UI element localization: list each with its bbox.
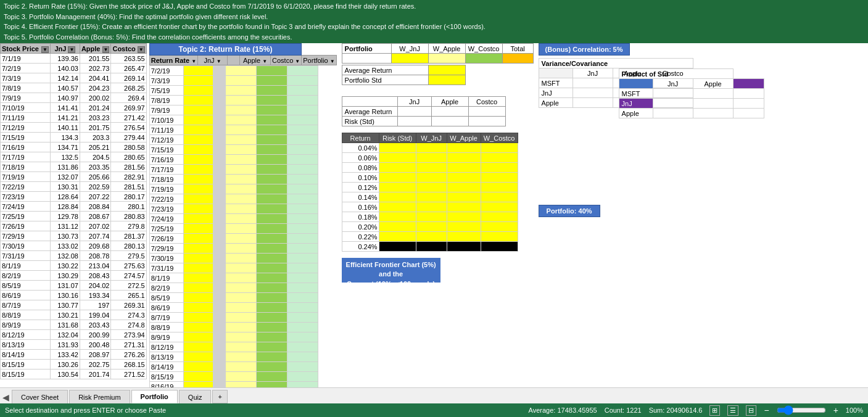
w-costco-val1[interactable] (465, 54, 502, 64)
return-portfolio-6[interactable] (287, 125, 318, 135)
prod-apple-c[interactable] (733, 109, 764, 118)
tab-risk-premium[interactable]: Risk Premium (69, 390, 130, 403)
return-costco-18[interactable] (256, 244, 287, 254)
return-costco-27[interactable] (256, 332, 287, 342)
return-apple-8[interactable] (225, 145, 256, 155)
return-apple-3[interactable] (225, 96, 256, 105)
return-jnj-12[interactable] (183, 184, 213, 194)
return-portfolio-13[interactable] (287, 194, 318, 204)
return-costco-23[interactable] (256, 293, 287, 303)
return-costco-11[interactable] (256, 175, 287, 184)
w-apple-val1[interactable] (428, 54, 465, 64)
var-msft-jnj[interactable] (572, 78, 613, 88)
return-apple-14[interactable] (225, 204, 256, 214)
return-jnj-19[interactable] (183, 254, 213, 263)
prod-jnj-c[interactable] (733, 99, 764, 109)
return-portfolio-12[interactable] (287, 184, 318, 194)
return-costco-25[interactable] (256, 313, 287, 323)
jnj-filter-icon[interactable]: ▼ (68, 46, 75, 53)
return-costco-8[interactable] (256, 145, 287, 155)
return-costco-4[interactable] (256, 105, 287, 115)
stock-filter-icon[interactable]: ▼ (41, 46, 49, 53)
return-apple-32[interactable] (225, 382, 256, 388)
return-costco-6[interactable] (256, 125, 287, 135)
avg-return-val[interactable] (428, 65, 465, 75)
return-portfolio-32[interactable] (287, 382, 318, 388)
return-costco-19[interactable] (256, 254, 287, 263)
return-portfolio-10[interactable] (287, 165, 318, 175)
risk-apple-val[interactable] (431, 117, 468, 126)
return-jnj-16[interactable] (183, 224, 213, 234)
tab-portfolio[interactable]: Portfolio (131, 390, 178, 403)
return-portfolio-29[interactable] (287, 352, 318, 362)
return-apple-16[interactable] (225, 224, 256, 234)
return-jnj-23[interactable] (183, 293, 213, 303)
return-portfolio-27[interactable] (287, 332, 318, 342)
return-portfolio-3[interactable] (287, 96, 318, 105)
risk-jnj-val[interactable] (397, 117, 431, 126)
return-costco-31[interactable] (256, 372, 287, 382)
return-jnj-31[interactable] (183, 372, 213, 382)
return-jnj-26[interactable] (183, 323, 213, 332)
return-portfolio-15[interactable] (287, 214, 318, 224)
return-costco-14[interactable] (256, 204, 287, 214)
return-apple-19[interactable] (225, 254, 256, 263)
prod-apple-apple[interactable] (693, 109, 733, 118)
prod-jnj-apple[interactable] (693, 99, 733, 109)
return-jnj-3[interactable] (183, 96, 213, 105)
zoom-slider[interactable] (777, 405, 826, 415)
return-costco-2[interactable] (256, 86, 287, 96)
return-jnj-24[interactable] (183, 303, 213, 313)
return-costco-28[interactable] (256, 342, 287, 352)
return-apple-13[interactable] (225, 194, 256, 204)
return-apple-1[interactable] (225, 76, 256, 86)
return-apple-11[interactable] (225, 175, 256, 184)
return-portfolio-1[interactable] (287, 76, 318, 86)
return-costco-12[interactable] (256, 184, 287, 194)
portfolio-button[interactable]: Portfolio: 40% (539, 205, 600, 217)
return-apple-7[interactable] (225, 135, 256, 145)
return-jnj-14[interactable] (183, 204, 213, 214)
return-apple-28[interactable] (225, 342, 256, 352)
return-portfolio-21[interactable] (287, 273, 318, 283)
return-costco-13[interactable] (256, 194, 287, 204)
tab-nav-left[interactable]: ◀ (2, 392, 9, 402)
return-jnj-32[interactable] (183, 382, 213, 388)
return-portfolio-14[interactable] (287, 204, 318, 214)
return-filter-icon[interactable]: ▼ (191, 59, 196, 64)
return-costco-15[interactable] (256, 214, 287, 224)
apple-filter-icon[interactable]: ▼ (102, 46, 110, 53)
return-apple-2[interactable] (225, 86, 256, 96)
return-portfolio-20[interactable] (287, 263, 318, 273)
var-apple-jnj[interactable] (572, 98, 613, 108)
tab-add-button[interactable]: + (212, 390, 227, 403)
return-apple-26[interactable] (225, 323, 256, 332)
return-costco-10[interactable] (256, 165, 287, 175)
return-jnj-30[interactable] (183, 362, 213, 372)
return-costco-3[interactable] (256, 96, 287, 105)
return-jnj-9[interactable] (183, 155, 213, 165)
prod-msft-c[interactable] (733, 89, 764, 99)
return-jnj-11[interactable] (183, 175, 213, 184)
return-costco-22[interactable] (256, 283, 287, 293)
return-apple-15[interactable] (225, 214, 256, 224)
return-apple-20[interactable] (225, 263, 256, 273)
return-jnj-20[interactable] (183, 263, 213, 273)
return-costco-29[interactable] (256, 352, 287, 362)
return-jnj-27[interactable] (183, 332, 213, 342)
return-apple-29[interactable] (225, 352, 256, 362)
return-jnj-2[interactable] (183, 86, 213, 96)
zoom-minus-icon[interactable]: − (764, 405, 769, 415)
avg-return-apple[interactable] (431, 107, 468, 117)
zoom-plus-icon[interactable]: + (833, 405, 838, 415)
return-apple-17[interactable] (225, 234, 256, 244)
prod-msft-jnj[interactable] (653, 89, 693, 99)
risk-costco-val[interactable] (468, 117, 505, 126)
return-jnj-13[interactable] (183, 194, 213, 204)
return-portfolio-16[interactable] (287, 224, 318, 234)
return-apple-18[interactable] (225, 244, 256, 254)
return-jnj-21[interactable] (183, 273, 213, 283)
return-jnj-6[interactable] (183, 125, 213, 135)
return-apple-0[interactable] (225, 66, 256, 76)
return-portfolio-0[interactable] (287, 66, 318, 76)
